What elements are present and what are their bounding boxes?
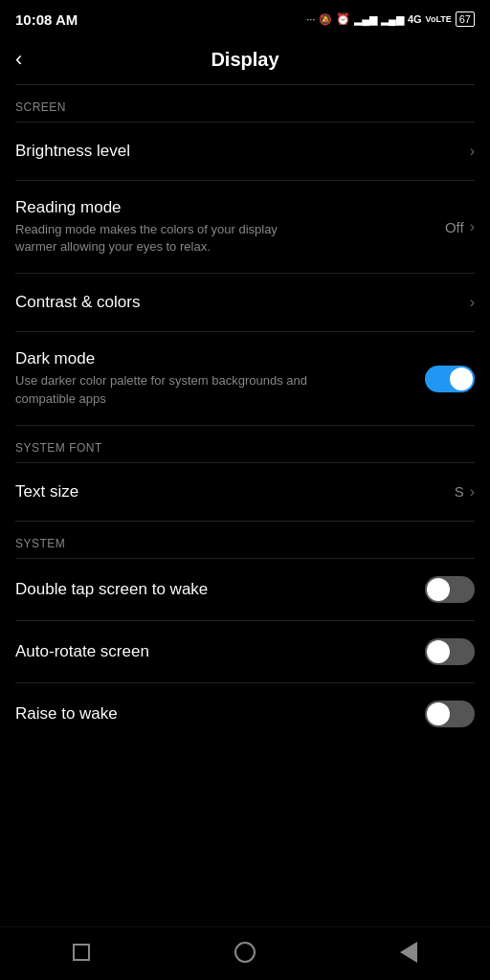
recent-apps-icon	[73, 944, 90, 961]
settings-item-double-tap-right	[425, 576, 475, 603]
settings-item-dark-mode-toggle[interactable]	[425, 366, 475, 392]
settings-item-dark-mode[interactable]: Dark modeUse darker color palette for sy…	[0, 332, 490, 424]
settings-item-text-size-chevron: ›	[470, 483, 475, 501]
settings-item-dark-mode-title: Dark mode	[15, 349, 425, 368]
signal-bar2: ▂▄▆	[381, 13, 404, 26]
settings-item-reading-mode[interactable]: Reading modeReading mode makes the color…	[0, 181, 490, 273]
signal-dots: ···	[306, 13, 315, 25]
settings-item-reading-mode-value: Off	[445, 219, 464, 235]
section-label-screen: SCREEN	[0, 85, 490, 122]
settings-item-contrast-title: Contrast & colors	[15, 293, 470, 312]
settings-item-double-tap[interactable]: Double tap screen to wake	[0, 559, 490, 620]
settings-item-raise-to-wake-right	[425, 701, 475, 727]
volte-label: VoLTE	[426, 14, 452, 24]
4g-label: 4G	[408, 13, 422, 25]
settings-item-raise-to-wake[interactable]: Raise to wake	[0, 683, 490, 745]
settings-item-contrast[interactable]: Contrast & colors›	[0, 274, 490, 331]
header: ‹ Display	[0, 34, 490, 84]
settings-item-raise-to-wake-left: Raise to wake	[15, 704, 425, 724]
settings-item-text-size-value: S	[455, 483, 464, 500]
settings-item-text-size-left: Text size	[15, 482, 455, 501]
settings-item-dark-mode-right	[425, 366, 475, 392]
settings-item-double-tap-toggle[interactable]	[425, 576, 475, 603]
settings-item-reading-mode-right: Off›	[445, 218, 475, 235]
settings-item-text-size-right: S›	[455, 483, 475, 501]
settings-item-auto-rotate-left: Auto-rotate screen	[15, 642, 425, 661]
alarm-icon: ⏰	[336, 12, 350, 26]
settings-item-contrast-right: ›	[470, 294, 475, 311]
settings-item-contrast-chevron: ›	[470, 294, 475, 311]
nav-home-button[interactable]	[222, 929, 268, 975]
settings-item-brightness-right: ›	[470, 143, 475, 160]
settings-item-brightness-title: Brightness level	[15, 142, 470, 161]
settings-item-auto-rotate-toggle[interactable]	[425, 638, 475, 665]
settings-item-auto-rotate[interactable]: Auto-rotate screen	[0, 621, 490, 682]
bottom-nav	[0, 926, 490, 980]
settings-item-contrast-left: Contrast & colors	[15, 293, 470, 312]
settings-item-reading-mode-chevron: ›	[470, 218, 475, 235]
settings-item-reading-mode-left: Reading modeReading mode makes the color…	[15, 198, 445, 256]
signal-bar1: ▂▄▆	[354, 13, 377, 26]
settings-item-brightness[interactable]: Brightness level›	[0, 122, 490, 180]
status-bar: 10:08 AM ··· 🔕 ⏰ ▂▄▆ ▂▄▆ 4G VoLTE 67	[0, 0, 490, 34]
settings-item-raise-to-wake-toggle-thumb	[427, 702, 450, 725]
back-button[interactable]: ‹	[15, 47, 22, 72]
settings-item-auto-rotate-right	[425, 638, 475, 665]
settings-item-raise-to-wake-toggle[interactable]	[425, 701, 475, 727]
settings-item-dark-mode-left: Dark modeUse darker color palette for sy…	[15, 349, 425, 407]
battery-label: 67	[456, 11, 475, 27]
mute-icon: 🔕	[319, 13, 332, 26]
settings-item-double-tap-toggle-thumb	[427, 578, 450, 601]
page-title: Display	[211, 49, 278, 71]
settings-item-dark-mode-toggle-thumb	[450, 368, 473, 390]
back-icon	[400, 942, 417, 963]
settings-item-auto-rotate-title: Auto-rotate screen	[15, 642, 425, 661]
settings-item-double-tap-title: Double tap screen to wake	[15, 580, 425, 599]
home-icon	[234, 942, 256, 963]
settings-item-dark-mode-desc: Use darker color palette for system back…	[15, 372, 322, 407]
settings-item-auto-rotate-toggle-thumb	[427, 640, 450, 663]
nav-recent-button[interactable]	[58, 929, 104, 975]
settings-item-raise-to-wake-title: Raise to wake	[15, 704, 425, 724]
status-time: 10:08 AM	[15, 11, 78, 28]
settings-item-text-size-title: Text size	[15, 482, 455, 501]
settings-item-text-size[interactable]: Text sizeS›	[0, 463, 490, 521]
section-label-system-font: SYSTEM FONT	[0, 426, 490, 462]
settings-item-brightness-left: Brightness level	[15, 142, 470, 161]
settings-item-double-tap-left: Double tap screen to wake	[15, 580, 425, 599]
settings-content: SCREENBrightness level›Reading modeReadi…	[0, 84, 490, 745]
status-icons: ··· 🔕 ⏰ ▂▄▆ ▂▄▆ 4G VoLTE 67	[306, 11, 475, 27]
settings-item-reading-mode-title: Reading mode	[15, 198, 445, 217]
nav-back-button[interactable]	[386, 929, 432, 975]
section-label-system: SYSTEM	[0, 522, 490, 558]
settings-item-reading-mode-desc: Reading mode makes the colors of your di…	[15, 221, 322, 256]
settings-item-brightness-chevron: ›	[470, 143, 475, 160]
